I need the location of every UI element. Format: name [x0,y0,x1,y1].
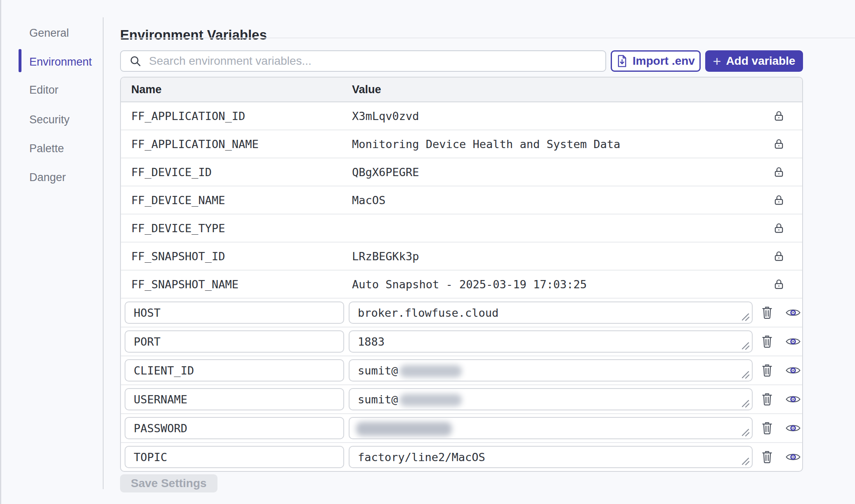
table-header-row: Name Value [121,78,802,102]
env-value-field [349,417,753,439]
search-input[interactable] [148,54,599,68]
eye-icon [785,365,801,376]
env-value-field [349,330,753,353]
eye-icon [785,394,801,405]
env-var-name: FF_SNAPSHOT_ID [121,250,352,263]
env-value-field [349,359,753,382]
lock-icon [773,138,785,151]
delete-variable-button[interactable] [760,391,774,407]
sidebar-item-security[interactable]: Security [29,112,70,127]
env-var-value: Monitoring Device Health and System Data [352,138,755,151]
env-var-name: FF_APPLICATION_NAME [121,138,352,151]
env-value-textarea[interactable] [350,447,752,467]
sidebar-item-palette[interactable]: Palette [29,141,64,156]
eye-icon [785,307,801,318]
lock-icon [773,250,785,263]
trash-icon [761,306,773,320]
add-variable-button[interactable]: + Add variable [705,50,803,72]
delete-variable-button[interactable] [760,305,774,320]
page-title: Environment Variables [120,27,267,43]
delete-variable-button[interactable] [760,449,774,465]
env-row-editable [121,299,802,327]
delete-variable-button[interactable] [760,334,774,349]
env-variables-table: Name Value FF_APPLICATION_ID X3mLqv0zvd … [120,77,803,472]
resize-handle-icon[interactable] [740,369,750,379]
reveal-value-button[interactable] [785,393,801,405]
save-settings-button[interactable]: Save Settings [120,474,217,492]
env-name-input[interactable] [125,417,344,439]
env-name-input[interactable] [125,388,344,410]
reveal-value-button[interactable] [785,422,801,434]
trash-icon [761,421,773,435]
env-name-input[interactable] [125,446,344,468]
resize-handle-icon[interactable] [740,427,750,437]
eye-icon [785,423,801,433]
sidebar-item-danger[interactable]: Danger [29,170,66,185]
env-value-textarea[interactable] [350,331,752,352]
env-var-name: FF_DEVICE_ID [121,166,352,179]
env-name-input[interactable] [125,301,344,324]
delete-variable-button[interactable] [760,420,774,436]
reveal-value-button[interactable] [785,364,801,377]
env-name-input[interactable] [125,359,344,382]
env-var-value: X3mLqv0zvd [352,110,755,122]
reveal-value-button[interactable] [785,451,801,463]
lock-icon [773,278,785,291]
settings-page: GeneralEnvironmentEditorSecurityPaletteD… [0,0,855,504]
env-row-locked: FF_SNAPSHOT_ID LRzBEGKk3p [121,243,802,271]
redacted-value-blur [400,394,462,406]
env-value-field [349,446,753,468]
search-box[interactable] [120,50,606,72]
trash-icon [761,334,773,349]
lock-icon [773,110,785,122]
redacted-value-blur [400,365,462,377]
plus-icon: + [713,54,721,68]
resize-handle-icon[interactable] [740,456,750,466]
sidebar-item-general[interactable]: General [29,26,69,40]
reveal-value-button[interactable] [785,335,801,348]
env-value-field [349,301,753,324]
env-var-value: Auto Snapshot - 2025-03-19 17:03:25 [352,278,755,291]
add-variable-label: Add variable [726,54,795,68]
env-var-value: LRzBEGKk3p [352,250,755,263]
env-toolbar: Import .env + Add variable [120,50,803,72]
redacted-value-blur [356,422,452,436]
env-row-editable [121,356,802,385]
env-var-name: FF_APPLICATION_ID [121,110,352,122]
delete-variable-button[interactable] [760,363,774,378]
lock-icon [773,166,785,179]
env-row-locked: FF_DEVICE_NAME MacOS [121,186,802,214]
trash-icon [761,363,773,377]
import-env-button[interactable]: Import .env [611,50,701,72]
env-var-name: FF_DEVICE_TYPE [121,222,352,235]
active-tab-indicator [19,49,21,72]
env-row-editable [121,443,802,471]
env-var-value: MacOS [352,194,755,207]
resize-handle-icon[interactable] [740,398,750,408]
env-var-name: FF_SNAPSHOT_NAME [121,278,352,291]
column-header-value: Value [352,83,755,96]
env-row-locked: FF_APPLICATION_NAME Monitoring Device He… [121,130,802,158]
lock-icon [773,222,785,235]
sidebar-divider [103,17,104,489]
eye-icon [785,336,801,347]
resize-handle-icon[interactable] [740,340,750,350]
resize-handle-icon[interactable] [740,311,750,321]
env-value-textarea[interactable] [350,302,752,323]
sidebar-item-editor[interactable]: Editor [29,82,59,97]
env-var-name: FF_DEVICE_NAME [121,194,352,207]
search-icon [129,55,142,67]
import-env-label: Import .env [633,54,695,68]
env-var-value: QBgX6PEGRE [352,166,755,179]
reveal-value-button[interactable] [785,306,801,319]
eye-icon [785,452,801,462]
sidebar-item-environment[interactable]: Environment [29,54,92,69]
trash-icon [761,450,773,464]
env-row-locked: FF_DEVICE_TYPE [121,214,802,243]
env-row-editable [121,414,802,443]
env-row-locked: FF_SNAPSHOT_NAME Auto Snapshot - 2025-03… [121,271,802,299]
lock-icon [773,194,785,207]
env-row-locked: FF_APPLICATION_ID X3mLqv0zvd [121,102,802,130]
env-name-input[interactable] [125,330,344,353]
title-separator [120,38,855,38]
